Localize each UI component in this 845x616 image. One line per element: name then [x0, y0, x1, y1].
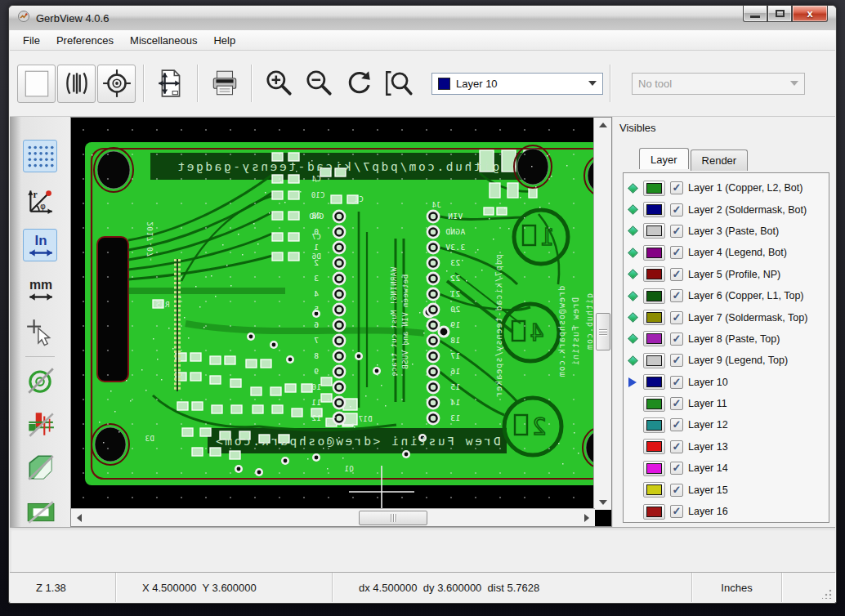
canvas-area: GND0123456789101112VINAGND3.3V2322212019…: [70, 117, 612, 527]
load-drill-icon: [101, 68, 132, 99]
load-gerber-button[interactable]: [57, 65, 96, 103]
horizontal-scroll-thumb[interactable]: [359, 511, 427, 525]
maximize-button[interactable]: [767, 6, 792, 22]
layer-row-13: ✓Layer 13: [627, 436, 827, 458]
cursor-shape-button[interactable]: [23, 317, 57, 349]
layer-color-swatch[interactable]: [643, 374, 665, 390]
layer-visibility-checkbox[interactable]: ✓: [670, 246, 683, 259]
vertical-scroll-thumb[interactable]: [596, 313, 610, 350]
layer-color-swatch[interactable]: [643, 202, 665, 217]
layer-color-swatch[interactable]: [643, 310, 665, 325]
visibles-title: Visibles: [619, 122, 829, 134]
layer-visibility-checkbox[interactable]: ✓: [670, 440, 683, 453]
layer-color-swatch[interactable]: [643, 504, 665, 520]
tab-render[interactable]: Render: [691, 150, 749, 171]
zoom-out-button[interactable]: [299, 65, 338, 103]
layer-visibility-checkbox[interactable]: ✓: [670, 268, 683, 281]
layer-label: Layer 10: [688, 377, 728, 388]
layer-color-swatch[interactable]: [643, 417, 665, 433]
layer-color-swatch[interactable]: [643, 461, 665, 476]
clear-layers-button[interactable]: [17, 65, 56, 103]
svg-text:φ: φ: [40, 201, 46, 211]
layer-render-tabs: Layer Render: [639, 150, 749, 171]
arrow-down-icon: [599, 500, 607, 505]
layer-color-swatch[interactable]: [643, 396, 665, 412]
negative-objects-button[interactable]: [23, 495, 57, 527]
layer-visibility-checkbox[interactable]: ✓: [670, 311, 683, 324]
layer-select-dropdown[interactable]: Layer 10: [431, 73, 603, 95]
units-mm-button[interactable]: mm: [23, 274, 57, 306]
layer-visibility-checkbox[interactable]: ✓: [670, 418, 683, 431]
menu-preferences[interactable]: Preferences: [48, 31, 122, 50]
polar-coordinates-button[interactable]: rφ: [23, 185, 57, 216]
layer-color-swatch[interactable]: [643, 223, 665, 239]
layer-color-swatch[interactable]: [643, 288, 665, 304]
zoom-fit-icon: [383, 68, 414, 99]
sheet-size-button[interactable]: [151, 65, 190, 103]
arrow-right-icon: [584, 514, 589, 522]
scroll-down-button[interactable]: [595, 495, 611, 510]
gerber-canvas[interactable]: GND0123456789101112VINAGND3.3V2322212019…: [71, 118, 595, 510]
left-toolbar: rφInmm: [10, 117, 70, 527]
layer-loaded-diamond-icon: [627, 292, 638, 300]
status-units: Inches: [692, 573, 782, 602]
layer-color-swatch[interactable]: [643, 245, 665, 261]
tab-layer[interactable]: Layer: [639, 148, 689, 169]
load-drill-button[interactable]: [97, 65, 136, 103]
chevron-down-icon: [588, 81, 597, 86]
menu-help[interactable]: Help: [205, 31, 244, 50]
layer-row-5: ✓Layer 5 (Profile, NP): [627, 264, 827, 285]
layer-visibility-checkbox[interactable]: ✓: [670, 333, 683, 346]
close-button[interactable]: x: [792, 6, 828, 22]
layer-row-1: ✓Layer 1 (Copper, L2, Bot): [627, 177, 827, 199]
layer-label: Layer 14: [688, 462, 728, 474]
layer-visibility-checkbox[interactable]: ✓: [670, 462, 683, 475]
sketch-polygons-button[interactable]: [23, 452, 57, 484]
layer-visibility-checkbox[interactable]: ✓: [670, 397, 683, 410]
layer-visibility-checkbox[interactable]: ✓: [670, 354, 683, 367]
tool-select-dropdown[interactable]: No tool: [632, 73, 805, 95]
minimize-icon: [750, 16, 760, 18]
scroll-up-button[interactable]: [595, 118, 611, 132]
zoom-fit-button[interactable]: [379, 65, 418, 103]
horizontal-scrollbar[interactable]: [71, 508, 595, 526]
title-bar[interactable]: GerbView 4.0.6 x: [9, 6, 836, 30]
layer-color-swatch[interactable]: [643, 482, 665, 498]
layer-visibility-checkbox[interactable]: ✓: [670, 376, 683, 389]
units-inches-button[interactable]: In: [23, 229, 57, 261]
vertical-scrollbar[interactable]: [593, 118, 611, 510]
grid-dots-button[interactable]: [23, 140, 57, 172]
layer-color-swatch[interactable]: [643, 181, 665, 196]
sketch-flashed-button[interactable]: [23, 364, 57, 396]
layer-visibility-checkbox[interactable]: ✓: [670, 181, 683, 194]
layer-color-swatch[interactable]: [643, 266, 665, 282]
layer-visibility-checkbox[interactable]: ✓: [670, 289, 683, 302]
zoom-in-button[interactable]: [259, 65, 297, 103]
minimize-button[interactable]: [743, 6, 767, 22]
menu-bar: File Preferences Miscellaneous Help: [10, 30, 835, 51]
layer-label: Layer 2 (Soldermask, Bot): [688, 204, 807, 216]
menu-file[interactable]: File: [15, 31, 48, 50]
layer-color-swatch[interactable]: [643, 439, 665, 454]
close-icon: x: [807, 7, 812, 20]
visibles-panel: Visibles Layer Render ✓Layer 1 (Copper, …: [612, 117, 835, 527]
layer-color-swatch[interactable]: [643, 353, 665, 368]
status-zoom: Z 1.38: [10, 573, 116, 602]
layer-visibility-checkbox[interactable]: ✓: [670, 505, 683, 518]
redraw-button[interactable]: [339, 65, 378, 103]
svg-text:mm: mm: [29, 278, 52, 292]
content-area: rφInmm GND0123456789101112VINAGND3.3V232…: [10, 117, 835, 527]
menu-miscellaneous[interactable]: Miscellaneous: [122, 31, 205, 50]
layer-loaded-diamond-icon: [627, 270, 638, 278]
layer-color-swatch[interactable]: [643, 331, 665, 346]
layer-visibility-checkbox[interactable]: ✓: [670, 225, 683, 238]
scroll-right-button[interactable]: [579, 511, 595, 525]
left-toolbar-separator: [25, 356, 55, 357]
print-button[interactable]: [205, 65, 244, 103]
scroll-left-button[interactable]: [71, 511, 87, 525]
sketch-lines-button[interactable]: [23, 408, 57, 440]
layer-visibility-checkbox[interactable]: ✓: [670, 484, 683, 497]
arrow-left-icon: [77, 514, 82, 522]
resize-grip[interactable]: [822, 589, 832, 599]
layer-visibility-checkbox[interactable]: ✓: [670, 203, 683, 216]
